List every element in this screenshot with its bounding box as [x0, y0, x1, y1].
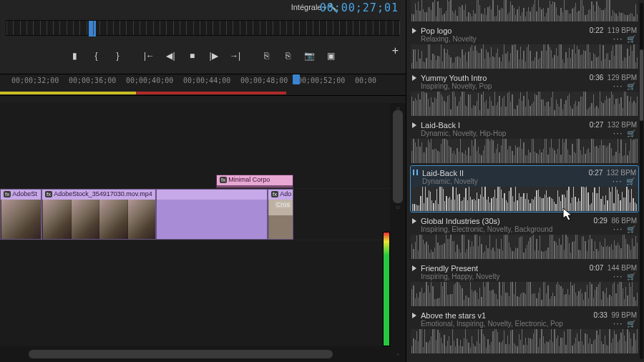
- program-scrub-ruler[interactable]: [6, 20, 400, 36]
- app-root: Intégrale 🔧 00;00;27;01 ▮ { } |← ◀| ■ |▶…: [0, 0, 644, 362]
- add-marker-button[interactable]: ▮: [68, 49, 82, 62]
- ruler-label: 00;00: [355, 77, 376, 84]
- audio-track-item[interactable]: Yummy Youth IntroInspiring, Novelty, Pop…: [411, 72, 638, 116]
- play-icon[interactable]: [412, 75, 416, 81]
- ruler-label: 00;00;32;00: [11, 77, 59, 84]
- play-icon[interactable]: [412, 28, 416, 34]
- clip-adobestock-a[interactable]: AdobeSt: [0, 189, 42, 240]
- audio-track-item[interactable]: Pop logoRelaxing, Novelty0:22 119 BPM···…: [411, 24, 638, 69]
- track-bpm: 132 BPM: [608, 121, 637, 129]
- clip-adobestock-b[interactable]: AdobeStock_354917030.mov.mp4: [42, 189, 156, 240]
- waveform-preview[interactable]: [411, 187, 638, 211]
- timeline-vertical-scrollbar[interactable]: ○ ○: [390, 103, 406, 346]
- cart-icon[interactable]: 🛒: [627, 225, 637, 233]
- waveform-preview[interactable]: [411, 139, 638, 163]
- time-ruler[interactable]: 00;00;32;00 00;00;36;00 00;00;40;00 00;0…: [0, 74, 406, 96]
- audio-track-item[interactable]: Friendly PresentInspiring, Happy, Novelt…: [411, 262, 638, 306]
- scrollbar-thumb[interactable]: [393, 110, 403, 203]
- timecode-display[interactable]: 00;00;27;01: [320, 1, 399, 14]
- goto-in-button[interactable]: |←: [142, 49, 157, 62]
- track-name: Above the stars v1: [421, 311, 589, 320]
- waveform-preview[interactable]: [411, 282, 638, 306]
- clip-blank-violet[interactable]: [156, 189, 268, 240]
- cart-icon[interactable]: 🛒: [627, 82, 637, 90]
- more-icon[interactable]: ···: [613, 273, 623, 280]
- more-icon[interactable]: ···: [613, 177, 623, 185]
- work-area-segment: [0, 92, 136, 94]
- clip-label: AdobeSt: [1, 190, 41, 200]
- zoom-corner[interactable]: ◦: [390, 346, 406, 362]
- play-icon[interactable]: [412, 313, 416, 318]
- clip-label: Minimal Corpo: [217, 175, 293, 185]
- play-stop-button[interactable]: ■: [185, 49, 200, 62]
- tracks-area[interactable]: Minimal Corpo AdobeSt AdobeStock_3549170…: [0, 103, 390, 346]
- track-duration: 0:22: [590, 26, 603, 34]
- audio-track-list[interactable]: Pop logoRelaxing, Novelty0:22 119 BPM···…: [406, 0, 644, 362]
- video-track-2[interactable]: Minimal Corpo: [0, 175, 390, 189]
- comparison-view-button[interactable]: ▣: [324, 49, 338, 62]
- audio-track-item[interactable]: Above the stars v1Emotional, Inspiring, …: [411, 309, 638, 353]
- cart-icon[interactable]: 🛒: [627, 35, 637, 43]
- cart-icon[interactable]: 🛒: [627, 320, 637, 328]
- step-forward-button[interactable]: |▶: [207, 49, 221, 62]
- clip-label: Ado: [268, 190, 293, 200]
- track-info: Laid-Back IIDynamic, Novelty: [422, 169, 585, 185]
- waveform-preview[interactable]: [411, 44, 638, 69]
- step-back-button[interactable]: ◀|: [164, 49, 178, 62]
- track-tags: Relaxing, Novelty: [421, 35, 585, 43]
- timeline-horizontal-scrollbar[interactable]: [0, 346, 390, 362]
- track-meta: 0:33 99 BPM··· 🛒: [593, 311, 637, 328]
- ruler-label: 00;00;36;00: [69, 77, 116, 84]
- more-icon[interactable]: ···: [613, 82, 623, 90]
- pause-icon[interactable]: [413, 170, 418, 175]
- waveform-preview[interactable]: [411, 92, 638, 116]
- track-bpm: 86 BPM: [611, 217, 637, 225]
- audio-track-item[interactable]: Laid-Back IDynamic, Novelty, Hip-Hop0:27…: [411, 119, 638, 163]
- cart-icon[interactable]: 🛒: [626, 177, 636, 185]
- clip-label: AdobeStock_354917030.mov.mp4: [42, 190, 155, 200]
- play-icon[interactable]: [412, 218, 416, 224]
- lift-button[interactable]: ⎘: [260, 49, 274, 62]
- video-track-1[interactable]: AdobeSt AdobeStock_354917030.mov.mp4 Ado…: [0, 189, 390, 240]
- track-info: Above the stars v1Emotional, Inspiring, …: [421, 311, 589, 328]
- track-duration: 0:27: [590, 121, 603, 129]
- track-meta: 0:27 132 BPM··· 🛒: [589, 169, 636, 185]
- export-frame-button[interactable]: 📷: [303, 49, 317, 62]
- more-icon[interactable]: ···: [613, 129, 623, 137]
- audio-track-item[interactable]: Laid-Back IIDynamic, Novelty0:27 132 BPM…: [411, 166, 638, 212]
- track-name: Friendly Present: [421, 264, 585, 273]
- panel-scrollbar[interactable]: [640, 3, 643, 359]
- clip-minimal-corpo[interactable]: Minimal Corpo: [216, 175, 293, 188]
- more-icon[interactable]: ···: [613, 320, 623, 328]
- waveform-preview[interactable]: [411, 235, 638, 259]
- more-icon[interactable]: ···: [613, 35, 623, 43]
- more-icon[interactable]: ···: [613, 225, 623, 233]
- mark-in-button[interactable]: {: [89, 49, 104, 62]
- play-icon[interactable]: [412, 122, 416, 128]
- waveform-preview[interactable]: [411, 0, 638, 21]
- playhead-icon[interactable]: [293, 74, 300, 84]
- ruler-label: 00;00;48;00: [240, 77, 288, 84]
- track-tags: Emotional, Inspiring, Novelty, Electroni…: [421, 320, 589, 328]
- waveform-preview[interactable]: [411, 329, 638, 353]
- cart-icon[interactable]: 🛒: [627, 129, 637, 137]
- track-name: Yummy Youth Intro: [421, 74, 585, 82]
- track-bpm: 129 BPM: [608, 74, 637, 82]
- track-info: Pop logoRelaxing, Novelty: [421, 26, 585, 43]
- track-info: Global Industries (30s)Inspiring, Electr…: [421, 217, 589, 233]
- scrollbar-thumb[interactable]: [29, 350, 333, 358]
- play-icon[interactable]: [412, 265, 416, 271]
- audio-track-item[interactable]: [411, 0, 638, 21]
- track-info: Laid-Back IDynamic, Novelty, Hip-Hop: [421, 121, 585, 137]
- scrollbar-thumb[interactable]: [640, 49, 643, 121]
- audio-track-item[interactable]: Global Industries (30s)Inspiring, Electr…: [411, 215, 638, 259]
- clip-adobestock-c[interactable]: Ado Cros: [268, 189, 293, 240]
- button-editor-plus[interactable]: +: [392, 44, 399, 57]
- mark-out-button[interactable]: }: [111, 49, 125, 62]
- goto-out-button[interactable]: →|: [228, 49, 243, 62]
- track-meta: 0:07 144 BPM··· 🛒: [590, 264, 637, 280]
- extract-button[interactable]: ⎘: [281, 49, 296, 62]
- timeline-panel: 00;00;32;00 00;00;36;00 00;00;40;00 00;0…: [0, 74, 406, 362]
- ruler-label: 00;00;44;00: [183, 77, 230, 84]
- cart-icon[interactable]: 🛒: [627, 273, 637, 280]
